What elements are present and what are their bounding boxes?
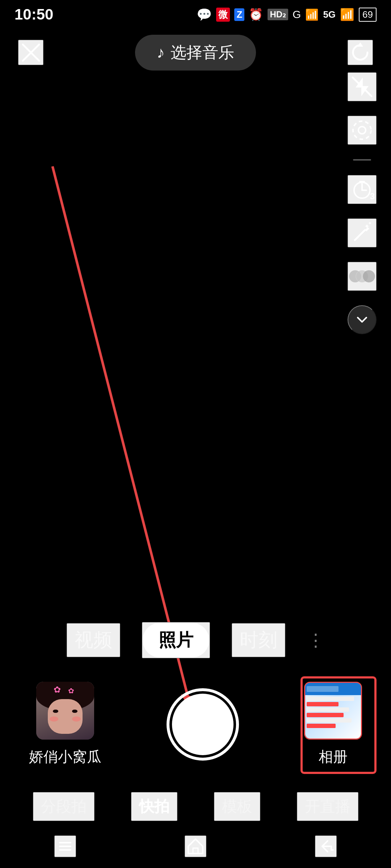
svg-point-17 [363, 270, 375, 282]
shortcut-live[interactable]: 开直播 [297, 792, 358, 821]
signal-g-icon: G [293, 8, 301, 21]
more-tools-button[interactable] [348, 305, 377, 334]
svg-rect-23 [193, 848, 198, 854]
shutter-inner [172, 694, 234, 755]
timer-button[interactable]: 3 [348, 175, 377, 204]
tab-moment[interactable]: 时刻 [232, 623, 285, 657]
flash-button[interactable] [348, 72, 377, 101]
nav-menu-button[interactable] [54, 835, 76, 857]
music-note-icon: ♪ [157, 43, 165, 61]
capture-area: ✿ ✿ 娇俏小窝瓜 [0, 682, 391, 767]
alarm-icon: ⏰ [249, 8, 263, 21]
top-bar: ♪ 选择音乐 [0, 29, 391, 76]
filter-button[interactable] [348, 262, 377, 291]
svg-line-11 [355, 230, 365, 240]
status-time: 10:50 [14, 6, 53, 23]
signal-bars-icon: 📶 [305, 8, 319, 21]
album-label: 相册 [319, 747, 348, 767]
shortcut-segment[interactable]: 分段拍 [33, 792, 94, 821]
svg-point-6 [353, 121, 371, 139]
toolbar-divider [353, 159, 371, 161]
battery-icon: 69 [359, 8, 377, 22]
bottom-shortcuts: 分段拍 快拍 模板 开直播 [0, 792, 391, 821]
shutter-button[interactable] [167, 688, 239, 761]
nav-back-button[interactable] [315, 835, 337, 857]
user-name: 娇俏小窝瓜 [29, 747, 101, 767]
settings-button[interactable] [348, 116, 377, 145]
app-icon: Z [234, 8, 244, 21]
shortcut-quick[interactable]: 快拍 [131, 792, 177, 821]
refresh-button[interactable] [348, 40, 373, 65]
chat-icon: 💬 [197, 7, 212, 22]
wifi-icon: 📶 [340, 8, 354, 21]
svg-point-5 [358, 127, 366, 134]
hd-badge: HD₂ [268, 9, 288, 20]
svg-text:✦: ✦ [368, 222, 372, 226]
user-section: ✿ ✿ 娇俏小窝瓜 [29, 682, 101, 767]
album-thumbnail[interactable] [304, 682, 362, 740]
system-nav [0, 825, 391, 868]
svg-marker-2 [357, 42, 363, 47]
shortcut-template[interactable]: 模板 [214, 792, 260, 821]
close-button[interactable] [18, 40, 43, 65]
music-button-label: 选择音乐 [171, 42, 234, 63]
right-toolbar: 3 ✦ ✦ [348, 72, 377, 334]
5g-badge: 5G [323, 9, 336, 20]
status-icons: 💬 微 Z ⏰ HD₂ G 📶 5G 📶 69 [197, 7, 377, 22]
mode-more-icon: ⋮ [307, 630, 324, 650]
user-avatar[interactable]: ✿ ✿ [36, 682, 94, 740]
status-bar: 10:50 💬 微 Z ⏰ HD₂ G 📶 5G 📶 69 [0, 0, 391, 29]
weibo-icon: 微 [216, 8, 230, 22]
nav-home-button[interactable] [185, 835, 206, 857]
mode-tabs: 视频 照片 时刻 ⋮ [0, 622, 391, 658]
tab-photo[interactable]: 照片 [142, 622, 210, 658]
beauty-button[interactable]: ✦ ✦ [348, 218, 377, 247]
music-select-button[interactable]: ♪ 选择音乐 [135, 35, 256, 71]
tab-video[interactable]: 视频 [67, 623, 120, 657]
album-section[interactable]: 相册 [304, 682, 362, 767]
